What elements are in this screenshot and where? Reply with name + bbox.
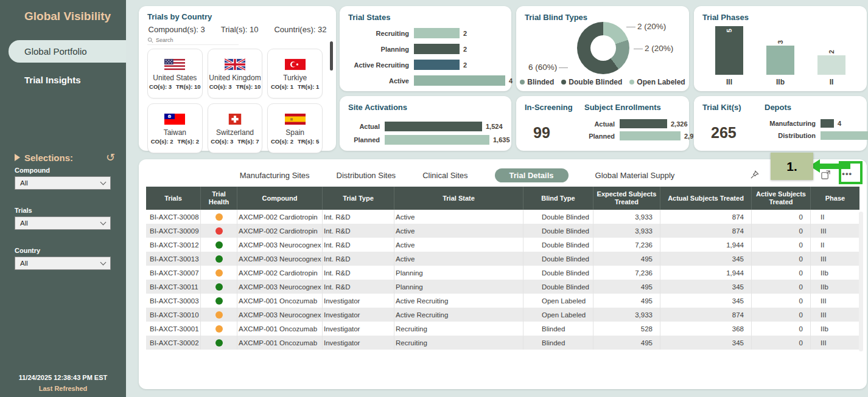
bar-actual[interactable] (620, 119, 667, 128)
legend-item-open-labeled[interactable]: Open Labeled (629, 78, 685, 86)
cell-health (201, 210, 237, 224)
phase-column-II: 2II (813, 21, 850, 86)
column-header[interactable]: Active Subjects Treated (752, 187, 811, 210)
table-row[interactable]: BI-AXCT-30007AXCMP-002 CardiotropinInt. … (146, 266, 859, 280)
phase-bar-II[interactable] (817, 55, 845, 75)
country-tile-es[interactable]: SpainCO(s): 2TR(s): 5 (267, 103, 323, 153)
annotation-arrow-shaft (819, 164, 850, 169)
country-tile-gb[interactable]: United KingdomCO(s): 3TR(s): 10 (208, 49, 263, 98)
pin-icon[interactable] (750, 170, 759, 182)
cell-trial: BI-AXCT-30007 (146, 266, 201, 280)
country-tile-us[interactable]: United StatesCO(s): 3TR(s): 10 (147, 49, 203, 98)
tab-distribution-sites[interactable]: Distribution Sites (337, 171, 396, 180)
cell-type: Int. R&D (323, 280, 394, 294)
bar-actual[interactable] (385, 122, 482, 131)
table-row[interactable]: BI-AXCT-30008AXCMP-002 CardiotropinInt. … (146, 210, 859, 224)
table-row[interactable]: BI-AXCT-30013AXCMP-003 NeurocognexInt. R… (146, 252, 859, 266)
ch-flag-icon (225, 112, 245, 126)
in-screening-value: 99 (525, 124, 578, 142)
compound-dropdown[interactable]: All (15, 176, 111, 190)
cell-compound: AXCMP-003 Neurocognex (237, 280, 323, 294)
table-row[interactable]: BI-AXCT-30012AXCMP-003 NeurocognexInt. R… (146, 238, 859, 252)
sidebar-item-global-portfolio[interactable]: Global Portfolio (9, 40, 126, 63)
reset-filters-icon[interactable]: ↺ (106, 151, 115, 164)
cell-actual: 874 (660, 224, 752, 238)
country-stat: Compound(s): 3 (149, 25, 205, 34)
column-header[interactable]: Trials (146, 187, 201, 210)
phase-bar-IIb[interactable] (766, 46, 794, 75)
column-header[interactable]: Actual Subjects Treated (660, 187, 752, 210)
cell-health (201, 294, 237, 308)
country-trial-count: TR(s): 10 (176, 83, 201, 90)
column-header[interactable]: Compound (237, 187, 323, 210)
country-compound-count: CO(s): 2 (151, 138, 173, 145)
bar-category-label: Planned (348, 136, 380, 143)
column-header[interactable]: Trial State (394, 187, 523, 210)
table-row[interactable]: BI-AXCT-30009AXCMP-002 CardiotropinInt. … (146, 224, 859, 238)
phase-column-IIb: 3IIb (762, 21, 799, 86)
country-tile-ch[interactable]: SwitzerlandCO(s): 3TR(s): 7 (208, 103, 263, 153)
phase-bar-III[interactable]: 5 (715, 26, 743, 75)
country-search-input[interactable] (156, 37, 223, 43)
sidebar: Global Visibility Global Portfolio Trial… (0, 0, 126, 397)
cell-expected: 7,236 (593, 266, 660, 280)
cell-active: 0 (752, 252, 811, 266)
country-trial-count: TR(s): 10 (236, 83, 261, 90)
country-compound-count: CO(s): 2 (271, 138, 293, 145)
table-row[interactable]: BI-AXCT-30001AXCMP-001 OncozumabInvestig… (146, 322, 859, 336)
bar-planned[interactable] (385, 135, 489, 145)
bar-planning[interactable] (414, 44, 460, 54)
cell-blind: Open Labeled (523, 294, 593, 308)
country-tile-tr[interactable]: TurkiyeCO(s): 1TR(s): 1 (267, 49, 323, 98)
country-name: Switzerland (216, 128, 254, 137)
table-row[interactable]: BI-AXCT-30002AXCMP-001 OncozumabInvestig… (146, 336, 859, 350)
cell-blind: Blinded (523, 322, 593, 336)
country-dropdown[interactable]: All (15, 257, 111, 270)
cell-blind: Double Blinded (523, 252, 593, 266)
legend-item-blinded[interactable]: Blinded (520, 78, 554, 86)
cell-state: Recruiting (394, 322, 523, 336)
depots-bar-row: Distribution16 (765, 131, 868, 140)
table-scrollbar[interactable] (859, 212, 863, 351)
focus-mode-icon[interactable] (821, 170, 830, 182)
cell-health (201, 266, 237, 280)
cell-compound: AXCMP-001 Oncozumab (237, 336, 323, 350)
country-search[interactable] (147, 37, 239, 45)
bar-active-recruiting[interactable] (414, 60, 460, 70)
tab-global-material-supply[interactable]: Global Material Supply (595, 171, 675, 180)
filter-label: Compound (15, 167, 111, 174)
legend-item-double-blinded[interactable]: Double Blinded (561, 78, 622, 86)
bar-recruiting[interactable] (414, 28, 460, 38)
tab-manufacturing-sites[interactable]: Manufacturing Sites (240, 171, 310, 180)
bar-category-label: Recruiting (348, 30, 409, 37)
country-trial-count: TR(s): 1 (298, 83, 319, 90)
cell-type: Int. R&D (323, 224, 394, 238)
chevron-right-icon[interactable] (15, 154, 20, 161)
trials-dropdown[interactable]: All (15, 216, 111, 230)
column-header[interactable]: Phase (811, 187, 859, 210)
country-tile-tw[interactable]: TaiwanCO(s): 2TR(s): 2 (147, 103, 203, 153)
site_activations-bar-row: Planned1,635 (348, 135, 503, 145)
country-compound-count: CO(s): 3 (209, 83, 232, 90)
bar-active[interactable] (414, 75, 505, 86)
bar-value-label: 1,524 (486, 123, 503, 130)
bar-distribution[interactable] (821, 131, 868, 140)
bar-planned[interactable] (620, 131, 681, 140)
cell-health (201, 322, 237, 336)
cell-health (201, 224, 237, 238)
card-title: Site Activations (348, 103, 503, 112)
column-header[interactable]: Blind Type (523, 187, 593, 210)
country-scrollbar[interactable] (330, 41, 333, 143)
scrollbar-thumb[interactable] (330, 41, 333, 71)
column-header[interactable]: Trial Health (201, 187, 237, 210)
cell-active: 0 (752, 280, 811, 294)
bar-manufacturing[interactable] (821, 119, 834, 128)
column-header[interactable]: Trial Type (323, 187, 394, 210)
column-header[interactable]: Expected Subjects Treated (593, 187, 660, 210)
table-row[interactable]: BI-AXCT-30011AXCMP-003 NeurocognexInt. R… (146, 280, 859, 294)
table-row[interactable]: BI-AXCT-30003AXCMP-001 OncozumabInvestig… (146, 294, 859, 308)
table-row[interactable]: BI-AXCT-30010AXCMP-003 NeurocognexInvest… (146, 308, 859, 322)
sidebar-item-trial-insights[interactable]: Trial Insights (0, 75, 126, 85)
tab-trial-details[interactable]: Trial Details (495, 168, 569, 182)
tab-clinical-sites[interactable]: Clinical Sites (422, 171, 467, 180)
